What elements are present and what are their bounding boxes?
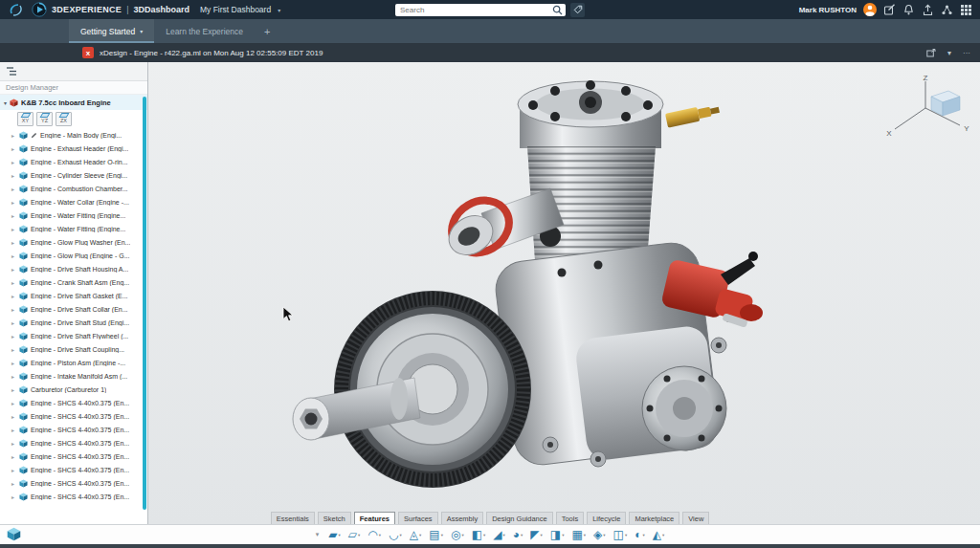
ribbon-tab-view[interactable]: View bbox=[682, 512, 709, 524]
tool-chevron-down-icon[interactable]: ▾ bbox=[541, 533, 543, 537]
expand-arrow-icon[interactable]: ▸ bbox=[11, 172, 16, 179]
expand-arrow-icon[interactable]: ▸ bbox=[11, 145, 16, 152]
tool-chevron-down-icon[interactable]: ▾ bbox=[662, 533, 664, 537]
tree-item[interactable]: ▸ Engine - Piston Asm (Engine -... bbox=[0, 356, 147, 369]
expand-arrow-icon[interactable]: ▸ bbox=[11, 360, 16, 366]
expand-arrow-icon[interactable]: ▸ bbox=[11, 453, 16, 460]
tool-chevron-down-icon[interactable]: ▾ bbox=[503, 533, 505, 537]
tool-chevron-down-icon[interactable]: ▾ bbox=[339, 533, 341, 537]
expand-arrow-icon[interactable]: ▸ bbox=[11, 186, 16, 192]
expand-arrow-icon[interactable]: ▸ bbox=[11, 467, 16, 473]
pattern-tool-icon[interactable]: ▦ ▾ bbox=[571, 529, 586, 540]
dashboard-tab-getting-started[interactable]: Getting Started ▾ bbox=[69, 19, 154, 43]
expand-arrow-icon[interactable]: ▸ bbox=[11, 266, 16, 273]
tree-item[interactable]: ▸ Engine - SHCS 4-40x0.375 (En... bbox=[0, 490, 147, 503]
expand-arrow-icon[interactable]: ▸ bbox=[11, 132, 16, 139]
tool-chevron-down-icon[interactable]: ▾ bbox=[584, 533, 586, 537]
expand-arrow-icon[interactable]: ▸ bbox=[11, 252, 16, 259]
dashboard-tab-learn-the-experience[interactable]: Learn the Experience ▾ bbox=[154, 19, 255, 43]
engine-3d-model[interactable] bbox=[148, 62, 980, 524]
tree-item[interactable]: ▸ Engine - SHCS 4-40x0.375 (En... bbox=[0, 476, 147, 490]
ribbon-tab-sketch[interactable]: Sketch bbox=[318, 512, 351, 524]
dashboard-chevron-down-icon[interactable]: ▾ bbox=[278, 7, 280, 13]
tag-icon[interactable] bbox=[570, 3, 585, 17]
expand-arrow-icon[interactable]: ▸ bbox=[11, 386, 16, 393]
ribbon-tab-design-guidance[interactable]: Design Guidance bbox=[486, 512, 553, 524]
tool-chevron-down-icon[interactable]: ▾ bbox=[461, 533, 463, 537]
tool-chevron-down-icon[interactable]: ▾ bbox=[419, 533, 421, 537]
ribbon-tab-assembly[interactable]: Assembly bbox=[441, 512, 484, 524]
tree-item[interactable]: ▸ Engine - Drive Shaft Housing A... bbox=[0, 262, 147, 275]
pad-tool-icon[interactable]: ▰ ▾ bbox=[328, 529, 341, 540]
expand-arrow-icon[interactable]: ▸ bbox=[11, 427, 16, 433]
loft-tool-icon[interactable]: ◬ ▾ bbox=[410, 529, 422, 540]
tree-item[interactable]: ▸ Engine - Exhaust Header (Engi... bbox=[0, 142, 147, 155]
xdesign-app-icon[interactable]: x bbox=[82, 47, 94, 58]
hole-tool-icon[interactable]: ◎ ▾ bbox=[451, 529, 464, 540]
tree-item[interactable]: ▸ Engine - Combustion Chamber... bbox=[0, 182, 147, 195]
expand-arrow-icon[interactable]: ▸ bbox=[11, 346, 16, 353]
tool-chevron-down-icon[interactable]: ▾ bbox=[441, 533, 443, 537]
compose-icon[interactable] bbox=[883, 4, 896, 16]
tree-item[interactable]: ▸ Engine - Intake Manifold Asm (... bbox=[0, 369, 147, 383]
expand-arrow-icon[interactable]: ▸ bbox=[11, 199, 16, 206]
rib-tool-icon[interactable]: ▤ ▾ bbox=[429, 529, 443, 540]
tree-item[interactable]: ▸ Engine - Drive Shaft Coupling... bbox=[0, 342, 147, 356]
tree-item[interactable]: ▸ Carburetor (Carburetor 1) bbox=[0, 383, 147, 396]
pop-out-icon[interactable] bbox=[926, 49, 936, 57]
tree-item[interactable]: ▸ Engine - Drive Shaft Stud (Engi... bbox=[0, 316, 147, 329]
expand-arrow-icon[interactable]: ▸ bbox=[11, 333, 16, 340]
panel-cube-icon[interactable] bbox=[7, 527, 21, 541]
expand-arrow-icon[interactable]: ▸ bbox=[11, 239, 16, 246]
tool-chevron-down-icon[interactable]: ▾ bbox=[358, 533, 360, 537]
tree-item[interactable]: ▸ Engine - Water Collar (Engine -... bbox=[0, 195, 147, 208]
ribbon-tab-tools[interactable]: Tools bbox=[556, 512, 585, 524]
expand-arrow-icon[interactable]: ▸ bbox=[11, 212, 16, 219]
ribbon-tab-surfaces[interactable]: Surfaces bbox=[398, 512, 438, 524]
boolean-tool-icon[interactable]: ◐ ▾ bbox=[635, 529, 645, 540]
ribbon-tab-essentials[interactable]: Essentials bbox=[271, 512, 315, 524]
expand-arrow-icon[interactable]: ▸ bbox=[11, 226, 16, 232]
search-input[interactable] bbox=[400, 6, 552, 14]
search-icon[interactable] bbox=[552, 5, 563, 15]
expand-arrow-icon[interactable]: ▸ bbox=[11, 493, 16, 500]
expand-arrow-icon[interactable]: ▸ bbox=[11, 440, 16, 447]
user-name[interactable]: Mark RUSHTON bbox=[799, 6, 857, 14]
share-icon[interactable] bbox=[922, 4, 934, 16]
tool-chevron-down-icon[interactable]: ▾ bbox=[603, 533, 605, 537]
viewport-3d[interactable]: Z X Y bbox=[148, 62, 980, 524]
apps-grid-icon[interactable] bbox=[960, 4, 972, 16]
shell-tool-icon[interactable]: ◧ ▾ bbox=[472, 529, 486, 540]
expand-arrow-icon[interactable]: ▸ bbox=[11, 480, 16, 487]
dashboard-title[interactable]: My First Dashboard bbox=[200, 5, 271, 14]
tree-item[interactable]: ▸ Engine - Exhaust Header O-rin... bbox=[0, 155, 147, 168]
measure-tool-icon[interactable]: ◭ ▾ bbox=[653, 529, 665, 540]
search-box[interactable] bbox=[395, 4, 566, 16]
tool-chevron-down-icon[interactable]: ▾ bbox=[562, 533, 564, 537]
pocket-tool-icon[interactable]: ▱ ▾ bbox=[348, 529, 361, 540]
tree-item[interactable]: ▸ Engine - Glow Plug Washer (En... bbox=[0, 235, 147, 249]
tree-root-item[interactable]: ▾ K&B 7.5cc Inboard Engine bbox=[0, 95, 147, 110]
tool-chevron-down-icon[interactable]: ▾ bbox=[379, 533, 381, 537]
tree-item[interactable]: ▸ Engine - SHCS 4-40x0.375 (En... bbox=[0, 449, 147, 463]
scale-tool-icon[interactable]: ◈ ▾ bbox=[593, 529, 606, 540]
avatar[interactable] bbox=[863, 3, 877, 16]
tool-chevron-down-icon[interactable]: ▾ bbox=[483, 533, 485, 537]
expand-arrow-icon[interactable]: ▸ bbox=[11, 279, 16, 286]
tool-chevron-down-icon[interactable]: ▾ bbox=[521, 533, 523, 537]
bell-icon[interactable] bbox=[902, 4, 915, 16]
panel-scrollbar[interactable] bbox=[143, 97, 146, 510]
mirror-tool-icon[interactable]: ◨ ▾ bbox=[550, 529, 565, 540]
compass-play-icon[interactable] bbox=[32, 2, 47, 17]
community-icon[interactable] bbox=[941, 4, 953, 16]
tool-chevron-down-icon[interactable]: ▾ bbox=[642, 533, 644, 537]
plane-zx-button[interactable]: ZX bbox=[56, 112, 72, 126]
tree-item[interactable]: ▸ Engine - Cylinder Sleeve (Engi... bbox=[0, 168, 147, 182]
plane-xy-button[interactable]: XY bbox=[17, 112, 33, 126]
tab-chevron-down-icon[interactable]: ▾ bbox=[140, 28, 143, 34]
tree-item[interactable]: ▸ Engine - Water Fitting (Engine... bbox=[0, 222, 147, 235]
tree-item[interactable]: ▸ Engine - Crank Shaft Asm (Eng... bbox=[0, 275, 147, 289]
chamfer-tool-icon[interactable]: ◤ ▾ bbox=[530, 529, 543, 540]
plane-yz-button[interactable]: YZ bbox=[36, 112, 53, 126]
ribbon-tab-marketplace[interactable]: Marketplace bbox=[629, 512, 679, 524]
